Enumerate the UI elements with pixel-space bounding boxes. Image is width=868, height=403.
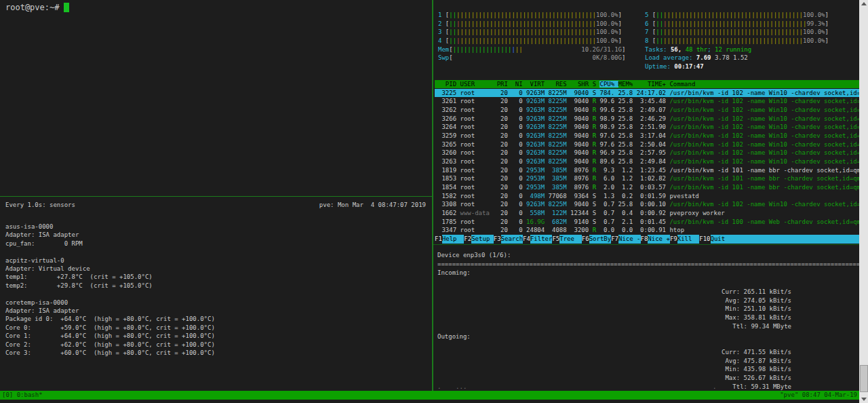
nload-separator: ========================================…: [437, 260, 859, 269]
memory-meter: Mem[||||||||||||||||||| 10.2G/31.1G]: [438, 45, 625, 54]
process-row[interactable]: 1819 root 20 0 2953M 385M 8976 R 9.3 1.2…: [435, 166, 859, 175]
process-row[interactable]: 1785 root 20 0 16.9G 682M 9140 S 0.7 2.1…: [435, 218, 859, 227]
scroll-up-arrow-icon[interactable]: [859, 0, 868, 8]
process-row[interactable]: 3263 root 20 0 9263M 8225M 9040 R 89.6 2…: [435, 157, 859, 166]
mem-meter-row: Mem[||||||||||||||||||| 10.2G/31.1G]Task…: [435, 45, 859, 54]
watch-header: Every 1.0s: sensors pve: Mon Mar 4 08:47…: [5, 201, 426, 209]
fkey-label-setup[interactable]: Setup: [471, 235, 494, 244]
watch-host-datetime: pve: Mon Mar 4 08:47:07 2019: [319, 201, 426, 209]
htop-function-key-bar: F1Help F2Setup F3SearchF4FilterF5Tree F6…: [435, 235, 859, 244]
sensors-pane[interactable]: Every 1.0s: sensors pve: Mon Mar 4 08:47…: [0, 197, 432, 391]
tmux-horizontal-pane-border-right[interactable]: [433, 244, 859, 245]
fkey-label-sortby[interactable]: SortBy: [589, 235, 612, 244]
load-average: Load average: 7.69 3.78 1.52: [645, 54, 748, 62]
tasks-summary: Tasks: 56, 48 thr; 12 running: [645, 45, 751, 54]
cpu-meter-5: 5 [|||||||||||||||||||||||||||||||||||||…: [645, 11, 829, 20]
process-row[interactable]: 3264 root 20 0 9263M 8225M 9040 R 98.9 2…: [435, 123, 859, 132]
process-row[interactable]: 3225 root 20 0 9263M 8225M 9040 S 784. 2…: [435, 89, 859, 98]
fkey-tree[interactable]: F5: [552, 235, 559, 244]
fkey-sortby[interactable]: F6: [582, 235, 589, 244]
process-row[interactable]: 1854 root 20 0 2953M 385M 8976 R 2.0 1.2…: [435, 183, 859, 192]
fkey-help[interactable]: F1: [435, 235, 442, 244]
cpu-meter-2: 2 [|||||||||||||||||||||||||||||||||||||…: [438, 20, 622, 28]
process-row[interactable]: 3260 root 20 0 9263M 8225M 9040 R 96.9 2…: [435, 149, 859, 157]
scrollbar-thumb[interactable]: [860, 365, 868, 392]
nload-outgoing-label: Outgoing:: [437, 332, 471, 341]
fkey-setup[interactable]: F2: [464, 235, 471, 244]
tmux-horizontal-pane-border-left[interactable]: [0, 196, 432, 197]
bash-prompt-line: root@pve:~#: [5, 3, 69, 13]
watch-interval-label: Every 1.0s: sensors: [5, 201, 75, 209]
swap-meter-row: Swp[ 0K/8.00G]Load average: 7.69 3.78 1.…: [435, 54, 859, 62]
sensors-output: asus-isa-0000 Adapter: ISA adapter cpu_f…: [5, 223, 215, 358]
fkey-search[interactable]: F3: [494, 235, 501, 244]
tmux-status-bar[interactable]: [0] 0:bash* "pve" 08:47 04-Mar-19: [0, 391, 859, 400]
fkey-nice-[interactable]: F7: [611, 235, 618, 244]
nload-incoming-stats: Curr: 265.11 kBit/s Avg: 274.05 kBit/s M…: [722, 288, 791, 331]
fkey-nice-[interactable]: F8: [641, 235, 648, 244]
fkey-label-kill[interactable]: Kill: [677, 235, 700, 244]
fkey-kill[interactable]: F9: [670, 235, 677, 244]
cpu-meter-7: 7 [|||||||||||||||||||||||||||||||||||||…: [645, 28, 829, 37]
cpu-meter-row: 4 [|||||||||||||||||||||||||||||||||||||…: [435, 37, 859, 45]
fkey-label-filter[interactable]: Filter: [530, 235, 553, 244]
fkey-filter[interactable]: F4: [523, 235, 530, 244]
terminal-cursor: [64, 3, 69, 12]
swap-meter: Swp[ 0K/8.00G]: [438, 54, 625, 62]
cpu-meter-4: 4 [|||||||||||||||||||||||||||||||||||||…: [438, 37, 622, 45]
cpu-meter-row: 2 [|||||||||||||||||||||||||||||||||||||…: [435, 20, 859, 28]
nload-pane[interactable]: Device enp3s0 (1/6): ===================…: [435, 246, 859, 391]
bash-prompt: root@pve:~#: [5, 3, 59, 12]
process-row[interactable]: 3259 root 20 0 9263M 8225M 9040 R 97.6 2…: [435, 132, 859, 140]
nload-incoming-label: Incoming:: [437, 269, 471, 277]
uptime-row: Uptime: 00:17:47: [435, 62, 859, 71]
scroll-down-arrow-icon[interactable]: [859, 395, 868, 403]
scrollbar[interactable]: [859, 0, 868, 403]
cpu-meter-row: 1 [|||||||||||||||||||||||||||||||||||||…: [435, 11, 859, 20]
process-row[interactable]: 3262 root 20 0 9263M 8225M 9040 R 99.6 2…: [435, 106, 859, 115]
tmux-status-right: "pve" 08:47 04-Mar-19: [780, 391, 857, 400]
nload-graph-dots: . ....: [437, 383, 859, 391]
cpu-meter-1: 1 [|||||||||||||||||||||||||||||||||||||…: [438, 11, 622, 20]
process-row[interactable]: 3308 root 20 0 9263M 8225M 9040 S 0.7 25…: [435, 200, 859, 209]
cpu-meter-8: 8 [|||||||||||||||||||||||||||||||||||||…: [645, 37, 829, 45]
process-row[interactable]: 3261 root 20 0 9263M 8225M 9040 R 99.6 2…: [435, 97, 859, 106]
bash-pane[interactable]: root@pve:~#: [0, 0, 432, 196]
fkey-label-quit[interactable]: Quit: [711, 235, 733, 244]
fkey-label-nice-[interactable]: Nice -: [618, 235, 641, 244]
uptime: Uptime: 00:17:47: [645, 62, 704, 71]
nload-device-line: Device enp3s0 (1/6):: [437, 251, 511, 260]
htop-pane[interactable]: 1 [|||||||||||||||||||||||||||||||||||||…: [435, 0, 859, 244]
cpu-meter-6: 6 [|||||||||||||||||||||||||||||||||||||…: [645, 20, 829, 28]
process-row[interactable]: 1582 root 20 0 498M 77068 9364 S 1.3 0.2…: [435, 192, 859, 201]
process-row[interactable]: 1662 www-data 20 0 558M 122M 12344 S 0.7…: [435, 209, 859, 218]
fkey-label-tree[interactable]: Tree: [559, 235, 582, 244]
process-row[interactable]: 3265 root 20 0 9263M 8225M 9040 R 97.6 2…: [435, 140, 859, 149]
fkey-label-help[interactable]: Help: [442, 235, 465, 244]
fkey-bar-filler: [732, 235, 859, 244]
process-row[interactable]: 1853 root 20 0 2953M 385M 8976 R 6.0 1.2…: [435, 174, 859, 183]
process-row[interactable]: 3347 root 20 0 24804 4088 3200 R 0.0 0.0…: [435, 226, 859, 235]
fkey-label-nice-[interactable]: Nice +: [648, 235, 670, 244]
tmux-window-list[interactable]: [0] 0:bash*: [2, 391, 43, 400]
cpu-meter-3: 3 [|||||||||||||||||||||||||||||||||||||…: [438, 28, 622, 37]
process-table-header[interactable]: PID USER PRI NI VIRT RES SHR S CPU% MEM%…: [435, 80, 859, 89]
terminal-window: root@pve:~# Every 1.0s: sensors pve: Mon…: [0, 0, 859, 403]
fkey-label-search[interactable]: Search: [501, 235, 524, 244]
process-row[interactable]: 3266 root 20 0 9263M 8225M 9040 R 98.9 2…: [435, 115, 859, 123]
tmux-vertical-pane-border[interactable]: [432, 0, 433, 391]
fkey-quit[interactable]: F10: [699, 235, 710, 244]
cpu-meter-row: 3 [|||||||||||||||||||||||||||||||||||||…: [435, 28, 859, 37]
